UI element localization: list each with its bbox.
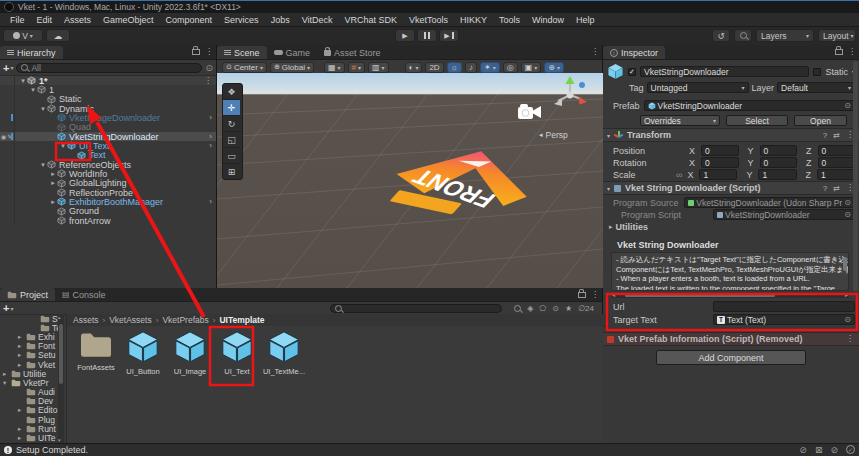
scene-audio-toggle[interactable]: ♪	[465, 62, 477, 73]
tab-inspector[interactable]: i Inspector	[603, 46, 665, 59]
project-folder-exhi[interactable]: ▸Exhi	[0, 332, 66, 341]
removed-component-header[interactable]: Vket Prefab Information (Script) (Remove…	[603, 332, 859, 346]
asset-item-ui-textme[interactable]: UI_TextMe...	[262, 330, 306, 443]
transform-position-y-field[interactable]: 0	[760, 145, 798, 156]
gameobject-name-field[interactable]: VketStringDownloader	[640, 66, 809, 77]
pause-button[interactable]	[417, 29, 437, 42]
foldout-arrow[interactable]: ▾	[59, 142, 67, 150]
hierarchy-row-frontarrow[interactable]: frontArrow	[0, 216, 216, 225]
add-component-button[interactable]: Add Component	[656, 350, 806, 365]
status-message[interactable]: Setup Completed.	[16, 445, 88, 455]
kebab-menu-icon[interactable]: ⋮	[591, 48, 599, 56]
tab-asset-store[interactable]: Asset Store	[317, 46, 388, 59]
url-input[interactable]	[713, 301, 855, 312]
foldout-arrow[interactable]: ▸	[18, 342, 21, 350]
menu-item-vitdeck[interactable]: VitDeck	[296, 15, 339, 25]
project-folder-te[interactable]: Te	[0, 323, 66, 332]
breadcrumb-vketprefabs[interactable]: VketPrefabs	[162, 315, 208, 325]
component-tools-dropdown[interactable]: ⊕▾	[544, 62, 564, 73]
utilities-foldout-arrow[interactable]: ▸	[609, 223, 613, 231]
hierarchy-row-reflectionprobe[interactable]: ReflectionProbe	[0, 188, 216, 197]
transform-tool[interactable]: ⊞	[223, 164, 240, 179]
asset-item-ui-button[interactable]: UI_Button	[121, 330, 165, 443]
prefab-object-field[interactable]: VketStringDownloader ⊙	[644, 100, 855, 111]
play-button[interactable]: ▶	[395, 29, 415, 42]
menu-item-file[interactable]: File	[4, 15, 31, 25]
kebab-menu-icon[interactable]: ⋮	[848, 48, 856, 56]
project-folder-edito[interactable]: ▸Edito	[0, 406, 66, 415]
kebab-menu-icon[interactable]: ⋮	[204, 76, 212, 85]
scene-visibility-toggle[interactable]: ◎	[503, 62, 518, 73]
search-by-type-icon[interactable]	[514, 305, 521, 312]
toggle-2d-button[interactable]: 2D	[425, 62, 443, 73]
hierarchy-search-input[interactable]: All	[16, 63, 202, 73]
hierarchy-row-worldinfo[interactable]: ▸WorldInfo	[0, 169, 216, 178]
hierarchy-row-quad[interactable]: Quad	[0, 123, 216, 132]
undo-history-button[interactable]: ↺	[712, 29, 730, 42]
asset-item-ui-text[interactable]: UI_Text	[215, 330, 259, 443]
kebab-menu-icon[interactable]: ⋮	[591, 291, 599, 299]
notifications-muted-icon[interactable]: ⊘	[830, 445, 838, 455]
hierarchy-row-1[interactable]: ▾1	[0, 85, 216, 94]
transform-rotation-y-field[interactable]: 0	[760, 157, 798, 168]
move-tool[interactable]: ✛	[223, 100, 240, 116]
tab-scene[interactable]: Scene	[217, 46, 267, 59]
foldout-arrow[interactable]: ▸	[18, 406, 21, 414]
breadcrumb-uitemplate[interactable]: UITemplate	[219, 315, 264, 325]
search-by-import-icon[interactable]: ◈	[527, 304, 533, 313]
tool-space-dropdown[interactable]: ⊕ Global▾	[270, 62, 314, 73]
foldout-arrow[interactable]: ▾	[39, 161, 47, 169]
orientation-gizmo[interactable]	[548, 73, 592, 117]
project-folder-font[interactable]: ▸Font	[0, 342, 66, 351]
transform-rotation-z-field[interactable]: 0	[818, 157, 856, 168]
foldout-arrow[interactable]: ▾	[29, 86, 37, 94]
tag-dropdown[interactable]: Untagged▾	[647, 82, 749, 93]
hierarchy-row-vketimagedownloader[interactable]: VketImageDownloader›	[0, 113, 216, 122]
open-button[interactable]: Open	[794, 115, 847, 126]
foldout-arrow[interactable]: ▸	[49, 198, 57, 206]
asset-item-fontassets[interactable]: FontAssets	[74, 330, 118, 443]
hierarchy-row-ground[interactable]: Ground	[0, 207, 216, 216]
menu-item-gameobject[interactable]: GameObject	[97, 15, 160, 25]
kebab-menu-icon[interactable]: ⋮	[205, 48, 213, 56]
transform-position-z-field[interactable]: 0	[818, 145, 856, 156]
project-folder-runt[interactable]: ▸Runt	[0, 424, 66, 433]
menu-item-edit[interactable]: Edit	[31, 15, 59, 25]
scene-picker-icon[interactable]: ⊙	[205, 63, 213, 73]
step-button[interactable]: ▶	[439, 29, 459, 42]
object-picker-icon[interactable]: ⊙	[844, 315, 851, 324]
visibility-eye-icon[interactable]: ◉	[1, 133, 6, 140]
hierarchy-row-text[interactable]: Text	[0, 151, 216, 160]
x-axis-cone[interactable]	[579, 97, 588, 105]
foldout-arrow[interactable]: ▸	[18, 351, 21, 359]
scroll-up-icon[interactable]: ▴	[58, 314, 61, 320]
search-all-button[interactable]	[734, 29, 752, 42]
help-icon[interactable]: ?	[823, 184, 827, 193]
effects-dropdown[interactable]: ✶▾	[480, 62, 500, 73]
project-search-input[interactable]	[330, 304, 502, 313]
scene-viewport[interactable]: ❖ ✛ ↻ ◱ ▭ ⊞ ◂ Persp	[217, 73, 603, 288]
create-object-button[interactable]: +▾	[3, 62, 13, 74]
tab-hierarchy[interactable]: Hierarchy	[0, 46, 63, 59]
lock-icon[interactable]	[578, 292, 586, 298]
target-text-object-field[interactable]: T Text (Text) ⊙	[713, 314, 855, 325]
foldout-arrow[interactable]: ▾	[607, 132, 610, 139]
menu-item-window[interactable]: Window	[526, 15, 570, 25]
save-search-icon[interactable]: ⊙	[552, 304, 559, 313]
cache-server-icon[interactable]: ⊠	[815, 445, 823, 455]
inspector-scrollbar[interactable]	[853, 61, 858, 291]
hand-tool[interactable]: ❖	[223, 84, 240, 100]
foldout-arrow[interactable]: ▸	[49, 179, 57, 187]
breadcrumb-vketassets[interactable]: VketAssets	[109, 315, 152, 325]
layers-dropdown[interactable]: Layers ▾	[756, 29, 814, 42]
foldout-arrow[interactable]: ▾	[39, 105, 47, 113]
foldout-arrow[interactable]: ▸	[18, 434, 21, 442]
scale-tool[interactable]: ◱	[223, 132, 240, 148]
align-dropdown[interactable]: ▥▾	[368, 62, 389, 73]
script-component-header[interactable]: ▾ Vket String Downloader (Script) ? ⇄ ⋮	[603, 181, 859, 195]
menu-item-hikky[interactable]: HIKKY	[454, 15, 493, 25]
progress-check-icon[interactable]: ✓	[846, 445, 855, 454]
foldout-arrow[interactable]: ▸	[18, 333, 21, 341]
scroll-left-icon[interactable]: ◂	[612, 291, 615, 298]
layout-dropdown[interactable]: Layout ▾	[818, 29, 856, 42]
